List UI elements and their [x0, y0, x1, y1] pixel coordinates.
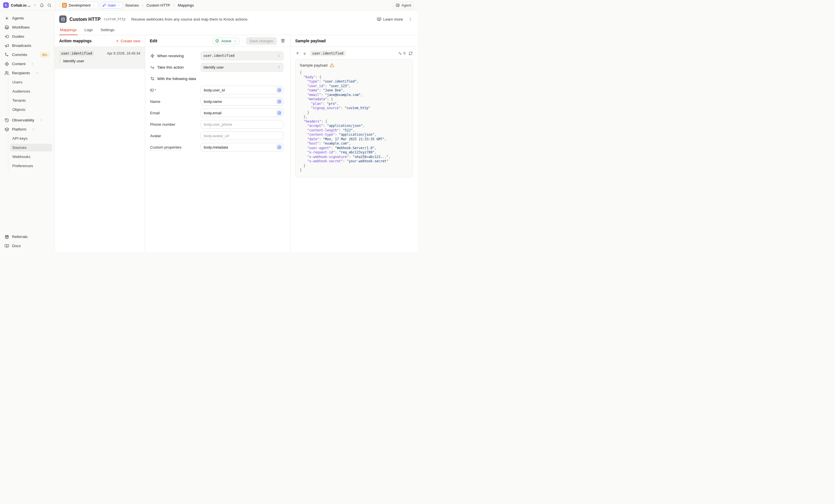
- breadcrumb-custom-http[interactable]: Custom HTTP: [147, 3, 170, 7]
- json-line: "email": "jane@example.com",: [300, 93, 408, 98]
- json-line: }: [300, 110, 408, 115]
- workspace-logo[interactable]: C: [3, 2, 9, 8]
- event-activity-counter[interactable]: 0: [398, 51, 406, 56]
- sidebar-item-sources[interactable]: Sources: [10, 144, 52, 151]
- sidebar-item-preferences[interactable]: Preferences: [10, 162, 52, 170]
- sidebar-item-recipients[interactable]: Recipients: [2, 69, 52, 77]
- name-field[interactable]: [201, 97, 284, 106]
- create-new-button[interactable]: Create new: [116, 39, 140, 43]
- event-select[interactable]: user.identified: [201, 51, 284, 60]
- workspace-switcher[interactable]: C Collab.io ...: [0, 0, 56, 10]
- chevron-right-icon: [92, 4, 96, 7]
- refresh-icon[interactable]: [408, 51, 413, 56]
- sidebar-item-referrals[interactable]: Referrals: [2, 233, 52, 240]
- learn-more-button[interactable]: Learn more: [377, 17, 403, 21]
- with-data-label: With the following data: [157, 77, 196, 81]
- sidebar-item-agents[interactable]: Agents: [2, 14, 52, 22]
- action-mappings-title: Action mappings: [59, 39, 92, 43]
- commits-count-badge: 99+: [40, 52, 50, 58]
- sidebar-item-broadcasts[interactable]: Broadcasts: [2, 42, 52, 49]
- json-line: "date": "Mon, 17 Mar 2025 21:33:35 GMT",: [300, 137, 408, 142]
- json-line: }: [300, 168, 408, 172]
- verified-check-icon: [276, 144, 282, 150]
- notifications-bell-icon[interactable]: [39, 3, 45, 8]
- sidebar-item-workflows[interactable]: Workflows: [2, 23, 52, 31]
- json-line: "accept": "application/json",: [300, 124, 408, 128]
- required-asterisk: *: [155, 88, 156, 92]
- field-row-avatar: Avatar: [150, 131, 285, 140]
- warning-triangle-icon: [330, 63, 334, 67]
- branch-switcher[interactable]: main: [100, 2, 123, 8]
- arrow-down-icon[interactable]: [302, 51, 307, 56]
- breadcrumb-mappings[interactable]: Mappings: [178, 3, 194, 7]
- avatar-field[interactable]: [201, 131, 284, 140]
- sidebar-item-audiences[interactable]: Audiences: [10, 87, 52, 95]
- phone-field[interactable]: [201, 120, 284, 129]
- agent-panel-toggle-button[interactable]: Agent: [393, 2, 414, 9]
- action-mappings-header: Action mappings Create new: [55, 35, 145, 47]
- book-open-icon: [377, 17, 381, 21]
- arrow-up-icon[interactable]: [295, 51, 300, 56]
- verified-check-icon: [276, 99, 282, 104]
- email-field[interactable]: [201, 109, 284, 117]
- json-line: },: [300, 115, 408, 120]
- sidebar-item-users[interactable]: Users: [10, 78, 52, 86]
- page-title: Custom HTTP: [69, 17, 101, 22]
- agent-button-label: Agent: [402, 3, 411, 7]
- json-line: }: [300, 164, 408, 168]
- mapping-list-item[interactable]: user.identified Apr 8 2026, 16:45:34 Ide…: [55, 47, 145, 69]
- sidebar-item-api-keys[interactable]: API keys: [10, 134, 52, 142]
- header-divider: [243, 38, 243, 43]
- json-line: "content-length": "512",: [300, 128, 408, 133]
- sidebar-item-content[interactable]: Content: [2, 60, 52, 68]
- sidebar-item-guides[interactable]: Guides: [2, 33, 52, 40]
- tab-logs[interactable]: Logs: [84, 27, 94, 35]
- sidebar-item-docs[interactable]: Docs: [2, 242, 52, 250]
- environment-folder-icon: [62, 3, 67, 8]
- plus-icon: [116, 39, 119, 43]
- sidebar-item-platform[interactable]: Platform: [2, 125, 52, 133]
- tab-settings[interactable]: Settings: [100, 27, 115, 35]
- mapping-event-chip: user.identified: [59, 50, 94, 56]
- chevron-right-icon: [141, 4, 144, 7]
- environment-switcher[interactable]: Development: [60, 2, 98, 9]
- id-field[interactable]: [201, 86, 284, 94]
- json-line: "content-type": "application/json",: [300, 132, 408, 137]
- sidebar-item-tenants[interactable]: Tenants: [10, 97, 52, 104]
- tab-mappings[interactable]: Mappings: [59, 27, 78, 35]
- kebab-menu-icon[interactable]: [407, 17, 413, 22]
- source-header: Custom HTTP custom_http Receive webhooks…: [55, 10, 418, 23]
- delete-mapping-icon[interactable]: [280, 38, 286, 44]
- field-row-custom-properties: Custom properties: [150, 143, 285, 151]
- git-commit-icon: [4, 52, 9, 57]
- sidebar-item-commits[interactable]: Commits 99+: [2, 51, 52, 59]
- sidebar-item-objects[interactable]: Objects: [10, 106, 52, 113]
- guides-panels-icon: [4, 34, 9, 39]
- take-action-row: Take this action Identify user: [150, 63, 285, 71]
- event-count: 0: [404, 51, 406, 56]
- sidebar-item-observability[interactable]: Observability: [2, 116, 52, 124]
- status-select[interactable]: Active: [212, 38, 239, 44]
- sidebar-item-webhooks[interactable]: Webhooks: [10, 153, 52, 161]
- custom-properties-field[interactable]: [201, 143, 284, 151]
- platform-subnav: API keys Sources Webhooks Preferences: [8, 134, 52, 171]
- json-line: "user_id": "user_123",: [300, 84, 408, 88]
- search-icon[interactable]: [46, 3, 52, 8]
- box-icon: [4, 127, 9, 132]
- app-body: Agents Workflows Guides Broadcasts: [0, 10, 418, 252]
- json-line: "x-request-id": "req_abc123xyz789",: [300, 150, 408, 155]
- zap-icon: [150, 54, 155, 58]
- json-line: "x-webhook-signature": "sha256=abc123...…: [300, 155, 408, 160]
- breadcrumb-sources[interactable]: Sources: [125, 3, 139, 7]
- json-line: "plan": "pro",: [300, 102, 408, 106]
- edit-panel-header: Edit Active Save changes: [145, 35, 290, 47]
- chevron-down-icon: [36, 71, 39, 75]
- workspace-name[interactable]: Collab.io ...: [11, 3, 30, 7]
- when-receiving-row: When receiving user.identified: [150, 51, 285, 60]
- sample-payload-json: {"body": {"type": "user.identified","use…: [300, 70, 408, 172]
- chevron-right-icon: [118, 4, 121, 7]
- layers-icon: [4, 25, 9, 30]
- save-changes-button[interactable]: Save changes: [246, 37, 277, 45]
- action-select[interactable]: Identify user: [201, 63, 284, 72]
- chevron-down-icon[interactable]: [33, 3, 37, 7]
